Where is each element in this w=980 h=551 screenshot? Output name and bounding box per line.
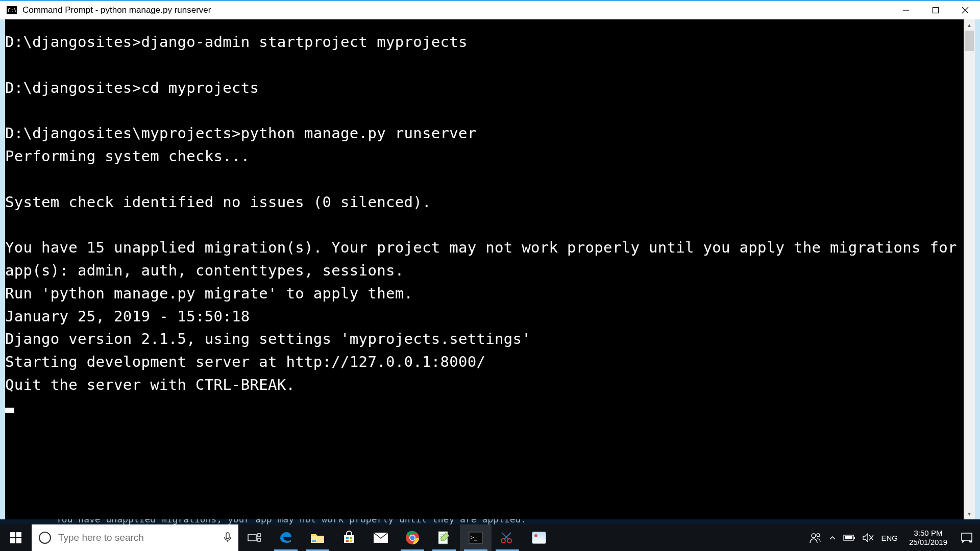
svg-rect-19: [346, 540, 349, 542]
cmd-icon: C:\: [6, 6, 17, 15]
svg-rect-17: [346, 537, 349, 539]
taskbar-mail[interactable]: [365, 524, 397, 551]
scroll-track[interactable]: [964, 31, 975, 508]
svg-rect-14: [258, 538, 260, 541]
taskbar-clock[interactable]: 3:50 PM 25/01/2019: [903, 524, 953, 551]
svg-point-36: [817, 534, 820, 537]
background-window-text: You have unapplied migrations; your app …: [0, 519, 980, 524]
svg-rect-13: [258, 534, 260, 537]
svg-rect-16: [312, 540, 316, 542]
svg-rect-10: [226, 533, 229, 539]
microphone-icon[interactable]: [217, 532, 238, 543]
svg-point-35: [812, 534, 816, 538]
svg-rect-8: [10, 538, 15, 543]
terminal-output[interactable]: D:\djangosites>django-admin startproject…: [5, 19, 964, 519]
taskbar-notepadpp[interactable]: [428, 524, 460, 551]
taskbar-paint[interactable]: [523, 524, 555, 551]
task-view-button[interactable]: [238, 524, 270, 551]
taskbar-chrome[interactable]: [397, 524, 428, 551]
clock-date: 25/01/2019: [909, 538, 947, 547]
language-indicator[interactable]: ENG: [881, 534, 898, 542]
system-tray: ENG: [804, 524, 903, 551]
window-title: Command Prompt - python manage.py runser…: [22, 5, 891, 15]
taskbar-file-explorer[interactable]: [302, 524, 333, 551]
terminal-container: D:\djangosites>django-admin startproject…: [0, 19, 980, 519]
search-input[interactable]: [58, 532, 217, 543]
svg-rect-12: [248, 535, 256, 541]
taskbar: >_ ENG 3:50 PM 25/01/2019: [0, 524, 980, 551]
svg-rect-20: [350, 540, 352, 542]
scroll-thumb[interactable]: [965, 31, 974, 51]
start-button[interactable]: [0, 524, 32, 551]
svg-text:C:\: C:\: [8, 8, 17, 13]
minimize-button[interactable]: [891, 1, 921, 19]
people-icon[interactable]: [810, 532, 822, 543]
svg-rect-6: [10, 532, 15, 537]
svg-rect-7: [16, 532, 21, 537]
vertical-scrollbar[interactable]: ▴ ▾: [964, 19, 975, 519]
maximize-button[interactable]: [921, 1, 950, 19]
svg-rect-15: [311, 536, 324, 543]
clock-time: 3:50 PM: [914, 529, 943, 538]
battery-icon[interactable]: [843, 534, 855, 541]
scroll-down-arrow[interactable]: ▾: [964, 508, 975, 519]
scroll-up-arrow[interactable]: ▴: [964, 19, 975, 31]
taskbar-store[interactable]: [333, 524, 365, 551]
svg-rect-38: [854, 537, 855, 539]
taskbar-edge[interactable]: [270, 524, 302, 551]
svg-text:>_: >_: [471, 534, 478, 541]
svg-rect-18: [350, 537, 352, 539]
action-center-button[interactable]: 1: [953, 524, 980, 551]
svg-rect-9: [16, 538, 21, 543]
svg-point-24: [410, 536, 415, 540]
close-button[interactable]: [950, 1, 980, 19]
tray-chevron-up-icon[interactable]: [829, 534, 836, 541]
terminal-cursor: [5, 408, 14, 413]
taskbar-search[interactable]: [32, 524, 238, 551]
svg-rect-3: [933, 8, 939, 13]
volume-muted-icon[interactable]: [863, 533, 874, 542]
paint-icon: [532, 532, 546, 544]
window-titlebar: C:\ Command Prompt - python manage.py ru…: [0, 0, 980, 19]
cortana-icon: [39, 532, 51, 544]
taskbar-cmd[interactable]: >_: [460, 524, 492, 551]
svg-text:1: 1: [970, 539, 972, 543]
svg-rect-39: [845, 536, 852, 539]
taskbar-snipping-tool[interactable]: [492, 524, 523, 551]
